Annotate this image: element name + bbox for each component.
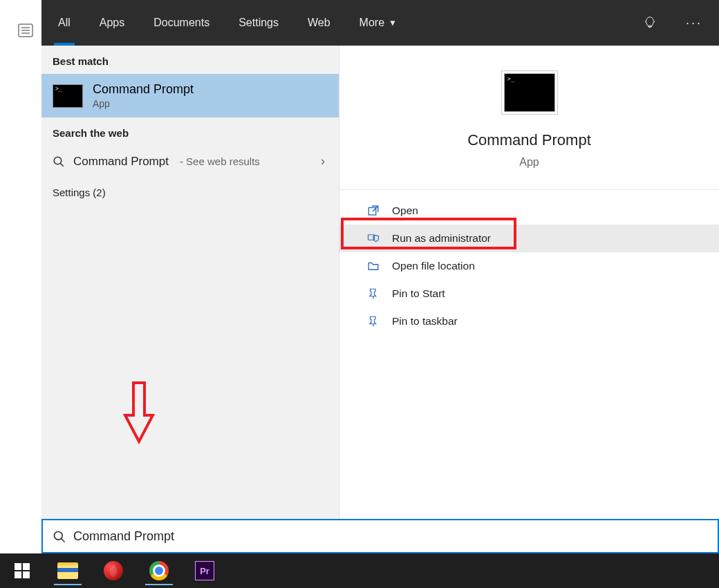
search-icon <box>53 530 65 542</box>
filter-tab-label: Documents <box>153 17 209 29</box>
action-label: Run as administrator <box>392 232 491 245</box>
folder-icon <box>367 260 380 272</box>
preview-title: Command Prompt <box>467 131 591 149</box>
search-icon <box>53 155 65 168</box>
cmd-thumbnail-icon <box>53 84 83 108</box>
search-results-column: Best match Command Prompt App Search the… <box>41 46 339 519</box>
list-icon <box>17 22 34 39</box>
action-pin-to-start[interactable]: Pin to Start <box>339 280 719 307</box>
pin-icon <box>367 287 380 300</box>
web-result-suffix: - See web results <box>180 155 260 167</box>
chevron-down-icon: ▼ <box>389 18 397 28</box>
search-filter-bar: All Apps Documents Settings Web More▼ ··… <box>41 0 719 46</box>
filter-tab-settings[interactable]: Settings <box>234 0 283 46</box>
taskbar-file-explorer[interactable] <box>51 556 84 585</box>
pin-icon <box>367 315 380 328</box>
taskbar-opera[interactable] <box>97 556 130 585</box>
filter-tab-apps[interactable]: Apps <box>95 0 129 46</box>
opera-icon <box>104 561 123 580</box>
taskbar-chrome[interactable] <box>142 556 176 585</box>
premiere-icon: Pr <box>195 561 214 580</box>
search-panel: All Apps Documents Settings Web More▼ ··… <box>41 0 719 553</box>
preview-actions: Open Run as administrator Open file loca… <box>339 190 719 342</box>
action-label: Pin to Start <box>392 287 445 300</box>
action-label: Open file location <box>392 260 475 272</box>
chevron-right-icon: › <box>321 154 328 169</box>
shield-icon <box>367 232 380 245</box>
filter-tab-label: More <box>360 17 384 29</box>
filter-tab-label: Apps <box>100 17 124 29</box>
section-best-match: Best match <box>41 46 339 74</box>
action-open-file-location[interactable]: Open file location <box>339 252 719 280</box>
search-preview-column: Command Prompt App Open Run as administr… <box>339 46 719 519</box>
preview-subtitle: App <box>519 156 539 169</box>
section-search-web: Search the web <box>41 117 339 146</box>
chrome-icon <box>149 561 169 580</box>
section-settings-count[interactable]: Settings (2) <box>41 177 339 208</box>
windows-logo-icon <box>15 563 30 578</box>
filter-tab-label: Settings <box>239 17 279 29</box>
filter-tab-label: All <box>58 17 71 29</box>
filter-tab-documents[interactable]: Documents <box>149 0 214 46</box>
taskbar-premiere[interactable]: Pr <box>188 556 221 585</box>
search-input[interactable] <box>65 529 708 544</box>
filter-tab-more[interactable]: More▼ <box>355 0 401 46</box>
action-label: Pin to taskbar <box>392 315 458 328</box>
preview-header: Command Prompt App <box>339 46 719 190</box>
best-match-subtitle: App <box>93 98 194 109</box>
open-icon <box>367 205 380 217</box>
file-explorer-icon <box>57 562 78 579</box>
svg-point-8 <box>55 532 63 540</box>
filter-tab-label: Web <box>308 17 330 29</box>
web-search-result[interactable]: Command Prompt - See web results › <box>41 146 339 177</box>
svg-point-4 <box>54 157 62 164</box>
svg-line-9 <box>62 539 65 542</box>
taskbar: Pr <box>0 553 719 588</box>
feedback-icon[interactable] <box>639 12 661 34</box>
best-match-result[interactable]: Command Prompt App <box>41 74 339 117</box>
start-button[interactable] <box>6 556 39 585</box>
svg-line-5 <box>60 163 64 167</box>
search-input-container[interactable] <box>41 519 719 553</box>
action-pin-to-taskbar[interactable]: Pin to taskbar <box>339 307 719 335</box>
best-match-title: Command Prompt <box>93 82 194 97</box>
action-open[interactable]: Open <box>339 197 719 225</box>
web-result-query: Command Prompt <box>73 155 169 169</box>
more-options-icon[interactable]: ··· <box>682 16 707 30</box>
annotation-arrow <box>123 381 155 444</box>
cmd-thumbnail-icon <box>504 73 555 112</box>
action-label: Open <box>392 205 418 217</box>
filter-tab-all[interactable]: All <box>54 0 75 46</box>
filter-tab-web[interactable]: Web <box>304 0 335 46</box>
action-run-as-admin[interactable]: Run as administrator <box>339 225 719 252</box>
search-panel-body: Best match Command Prompt App Search the… <box>41 46 719 519</box>
